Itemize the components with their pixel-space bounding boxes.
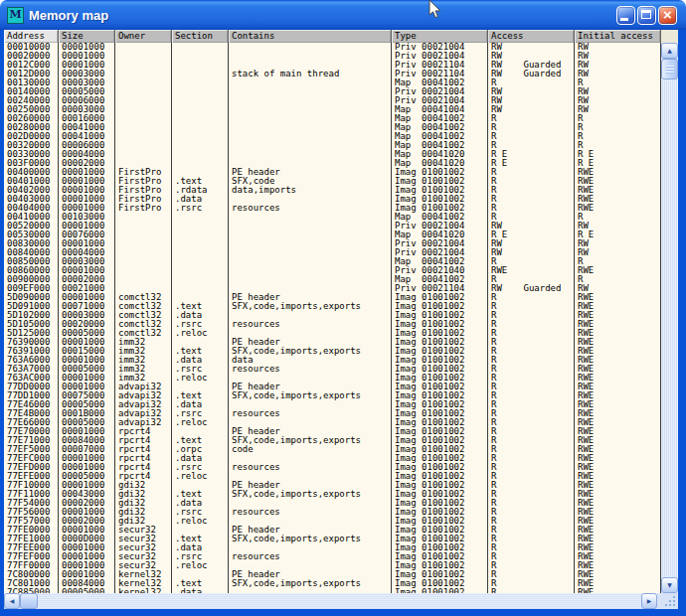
table-row[interactable]: 77F11000 00043000 gdi32 .text SFX,code,i…	[4, 490, 661, 499]
table-row[interactable]: 7C801000 00084000 kernel32 .text SFX,cod…	[4, 579, 661, 588]
table-row[interactable]: 5D091000 00071000 comctl32 .text SFX,cod…	[4, 302, 661, 311]
table-row[interactable]: 0012C000 00001000 Priv 00021104 RW Guard…	[4, 61, 661, 70]
table-row[interactable]: 00520000 00001000 Priv 00021004 RW RW	[4, 222, 661, 231]
table-row[interactable]: 77E46000 00005000 advapi32 .data Imag 01…	[4, 400, 661, 409]
table-row[interactable]: 77FE0000 00001000 secur32 PE header Imag…	[4, 526, 661, 535]
table-row[interactable]: 00410000 00103000 Map 00041002 R R	[4, 213, 661, 222]
table-row[interactable]: 77FEF000 00001000 secur32 .rsrc resource…	[4, 552, 661, 561]
table-row[interactable]: 77FE1000 0000D000 secur32 .text SFX,code…	[4, 535, 661, 543]
column-header-access[interactable]: Access	[488, 30, 575, 43]
table-row[interactable]: 00900000 00002000 Map 00041002 R R	[4, 275, 661, 284]
table-row[interactable]: 77DD0000 00001000 advapi32 PE header Ima…	[4, 383, 661, 391]
scroll-down-button[interactable]: ▼	[661, 577, 678, 593]
app-icon[interactable]: M	[7, 7, 24, 24]
table-row[interactable]: 002D0000 00041000 Map 00041002 R R	[4, 132, 661, 141]
table-row[interactable]: 763A6000 00001000 imm32 .data data Imag …	[4, 356, 661, 365]
table-row[interactable]: 00400000 00001000 FirstPro PE header Ima…	[4, 168, 661, 177]
table-row[interactable]: 00320000 00006000 Map 00041002 R R	[4, 141, 661, 150]
cell-type: Imag 01001002	[392, 436, 488, 445]
vertical-scrollbar[interactable]: ▲ ▼	[661, 43, 678, 593]
table-row[interactable]: 763A7000 00005000 imm32 .rsrc resources …	[4, 365, 661, 374]
table-row[interactable]: 00830000 00001000 Priv 00021004 RW RW	[4, 239, 661, 248]
table-row[interactable]: 00330000 00004000 Map 00041020 R E R E	[4, 150, 661, 159]
table-row[interactable]: 00404000 00001000 FirstPro .rsrc resourc…	[4, 204, 661, 213]
table-row[interactable]: 77E71000 00084000 rpcrt4 .text SFX,code,…	[4, 436, 661, 445]
column-header-size[interactable]: Size	[59, 30, 115, 43]
table-row[interactable]: 5D090000 00001000 comctl32 PE header Ima…	[4, 293, 661, 302]
cell-access: R	[488, 275, 575, 284]
table-row[interactable]: 77EFE000 00005000 rpcrt4 .reloc Imag 010…	[4, 472, 661, 481]
column-header-owner[interactable]: Owner	[115, 30, 172, 43]
table-row[interactable]: 76391000 00015000 imm32 .text SFX,code,i…	[4, 347, 661, 356]
table-row[interactable]: 00240000 00006000 Priv 00021004 RW RW	[4, 96, 661, 105]
table-row[interactable]: 00260000 00016000 Map 00041002 R R	[4, 114, 661, 123]
table-row[interactable]: 009EF000 00021000 Priv 00021104 RW Guard…	[4, 284, 661, 293]
cell-owner: comctl32	[115, 311, 172, 320]
table-row[interactable]: 003F0000 00002000 Map 00041020 R E R E	[4, 159, 661, 168]
cell-size: 00001000	[59, 454, 115, 463]
table-row[interactable]: 77F56000 00001000 gdi32 .rsrc resources …	[4, 508, 661, 517]
scroll-right-button[interactable]: ▶	[641, 593, 657, 609]
horizontal-scrollbar[interactable]: ◀ ▶	[4, 593, 657, 609]
table-row[interactable]: 77FF0000 00001000 secur32 .reloc Imag 01…	[4, 561, 661, 570]
table-row[interactable]: 763AC000 00001000 imm32 .reloc Imag 0100…	[4, 374, 661, 383]
table-row[interactable]: 76390000 00001000 imm32 PE header Imag 0…	[4, 338, 661, 347]
table-row[interactable]: 7C800000 00001000 kernel32 PE header Ima…	[4, 570, 661, 579]
cell-address: 00840000	[4, 248, 59, 257]
table-row[interactable]: 00250000 00003000 Map 00041004 RW RW	[4, 105, 661, 114]
table-row[interactable]: 77E70000 00001000 rpcrt4 PE header Imag …	[4, 427, 661, 436]
table-row[interactable]: 0012D000 00003000 stack of main thread P…	[4, 70, 661, 78]
cell-access: R	[488, 141, 575, 150]
column-header-section[interactable]: Section	[172, 30, 229, 43]
table-row[interactable]: 00403000 00001000 FirstPro .data Imag 01…	[4, 195, 661, 204]
column-header-contains[interactable]: Contains	[229, 30, 392, 43]
table-row[interactable]: 00840000 00004000 Priv 00021004 RW RW	[4, 248, 661, 257]
table-row[interactable]: 00860000 00001000 Priv 00021040 RWE RWE	[4, 266, 661, 275]
column-header-type[interactable]: Type	[392, 30, 488, 43]
vertical-scrollbar-thumb[interactable]	[661, 59, 678, 79]
table-row[interactable]: 77E66000 00005000 advapi32 .reloc Imag 0…	[4, 418, 661, 427]
table-row[interactable]: 77EFC000 00001000 rpcrt4 .data Imag 0100…	[4, 454, 661, 463]
cell-type: Imag 01001002	[392, 391, 488, 400]
table-row[interactable]: 77F10000 00001000 gdi32 PE header Imag 0…	[4, 481, 661, 490]
table-row[interactable]: 77FEE000 00001000 secur32 .data Imag 010…	[4, 543, 661, 552]
table-row[interactable]: 5D102000 00003000 comctl32 .data Imag 01…	[4, 311, 661, 320]
table-row[interactable]: 00401000 00001000 FirstPro .text SFX,cod…	[4, 177, 661, 186]
close-button[interactable]: ×	[658, 6, 677, 25]
table-row[interactable]: 00020000 00001000 Priv 00021004 RW RW	[4, 52, 661, 61]
cell-type: Imag 01001002	[392, 579, 488, 588]
cell-size: 00001000	[59, 552, 115, 561]
table-row[interactable]: 77EFD000 00001000 rpcrt4 .rsrc resources…	[4, 463, 661, 472]
cell-access: R	[488, 526, 575, 535]
table-row[interactable]: 77EF5000 00007000 rpcrt4 .orpc code Imag…	[4, 445, 661, 454]
table-row[interactable]: 77DD1000 00075000 advapi32 .text SFX,cod…	[4, 391, 661, 400]
table-row[interactable]: 00402000 00001000 FirstPro .rdata data,i…	[4, 186, 661, 195]
table-row[interactable]: 77E4B000 0001B000 advapi32 .rsrc resourc…	[4, 409, 661, 418]
table-row[interactable]: 5D125000 00005000 comctl32 .reloc Imag 0…	[4, 329, 661, 338]
cell-owner: gdi32	[115, 517, 172, 526]
titlebar[interactable]: M Memory map ×	[0, 0, 686, 30]
table-row[interactable]: 00010000 00001000 Priv 00021004 RW RW	[4, 43, 661, 52]
minimize-button[interactable]	[616, 6, 635, 25]
table-row[interactable]: 00130000 00003000 Map 00041002 R R	[4, 78, 661, 87]
resize-grip[interactable]	[657, 593, 678, 609]
maximize-button[interactable]	[637, 6, 656, 25]
table-row[interactable]: 00530000 00076000 Map 00041020 R E R E	[4, 231, 661, 239]
cell-address: 00403000	[4, 195, 59, 204]
horizontal-scrollbar-thumb[interactable]	[20, 593, 38, 609]
scroll-up-button[interactable]: ▲	[661, 43, 678, 59]
table-row[interactable]: 77F57000 00002000 gdi32 .reloc Imag 0100…	[4, 517, 661, 526]
table-row[interactable]: 5D105000 00020000 comctl32 .rsrc resourc…	[4, 320, 661, 329]
table-row[interactable]: 00280000 00041000 Map 00041002 R R	[4, 123, 661, 132]
table-row[interactable]: 77F54000 00002000 gdi32 .data Imag 01001…	[4, 499, 661, 508]
cell-owner: imm32	[115, 338, 172, 347]
scroll-left-button[interactable]: ◀	[4, 593, 20, 609]
cell-contains	[229, 87, 392, 96]
cell-access: R	[488, 374, 575, 383]
column-header-initial-access[interactable]: Initial access	[575, 30, 661, 43]
cell-access: R	[488, 400, 575, 409]
table-row[interactable]: 00140000 00005000 Priv 00021004 RW RW	[4, 87, 661, 96]
table-row[interactable]: 00850000 00003000 Map 00041002 R R	[4, 257, 661, 266]
cell-initial-access: RWE	[575, 517, 661, 526]
column-header-address[interactable]: Address	[4, 30, 59, 43]
